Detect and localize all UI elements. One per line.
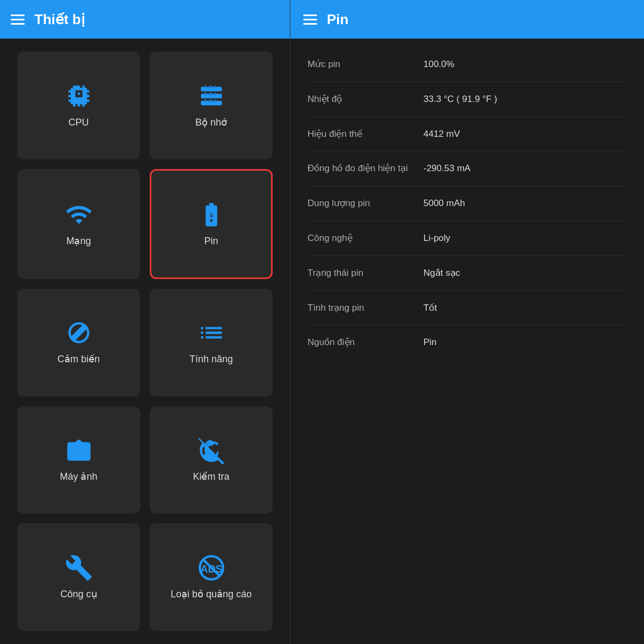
grid-item-features[interactable]: Tính năng [150,289,273,397]
sensor-icon [65,319,93,347]
grid-item-memory[interactable]: Bộ nhớ [150,52,273,159]
left-title: Thiết bị [34,11,85,28]
detail-label-4: Dung lượng pin [308,197,415,210]
detail-value-1: 33.3 °C ( 91.9 °F ) [423,93,627,106]
svg-rect-9 [204,99,207,101]
svg-rect-6 [204,92,207,94]
camera-icon [65,436,93,464]
detail-value-3: -290.53 mA [423,162,627,175]
camera-label: Máy ảnh [60,471,97,483]
detail-row: Đồng hồ đo điện hiện tại-290.53 mA [308,151,627,186]
detail-row: Dung lượng pin5000 mAh [308,186,627,221]
grid-item-ads[interactable]: ADS Loại bỏ quảng cáo [150,523,273,631]
detail-label-2: Hiệu điện thế [308,128,415,141]
tools-icon [65,554,93,582]
svg-rect-1 [201,93,222,98]
svg-point-12 [76,330,82,336]
cpu-icon [65,82,93,110]
detail-value-2: 4412 mV [423,128,627,141]
cpu-label: CPU [68,116,89,129]
right-header: Pin [290,0,644,39]
ads-icon: ADS [197,554,225,582]
svg-rect-7 [209,92,211,94]
grid-item-test[interactable]: Kiểm tra [150,406,273,514]
detail-row: Tình trạng pinTốt [308,291,627,326]
detail-list: Mức pin100.0%Nhiệt độ33.3 °C ( 91.9 °F )… [290,39,644,644]
detail-row: Mức pin100.0% [308,47,627,82]
svg-rect-5 [214,85,216,87]
detail-value-6: Ngắt sạc [423,267,627,280]
detail-label-8: Nguồn điện [308,336,415,349]
detail-label-6: Trạng thái pin [308,267,415,280]
test-icon [197,436,225,464]
detail-value-8: Pin [423,336,627,349]
features-icon [197,319,225,347]
detail-row: Trạng thái pinNgắt sạc [308,256,627,291]
detail-label-5: Công nghệ [308,232,415,245]
detail-label-3: Đồng hồ đo điện hiện tại [308,162,415,175]
detail-label-0: Mức pin [308,58,415,71]
svg-rect-4 [209,85,211,87]
sensor-label: Cảm biến [57,353,100,365]
tools-label: Công cụ [60,588,97,601]
grid-item-camera[interactable]: Máy ảnh [17,406,140,514]
left-header: Thiết bị [0,0,290,39]
grid-item-cpu[interactable]: CPU [17,52,140,159]
svg-rect-0 [201,86,222,91]
svg-rect-2 [201,100,222,105]
features-label: Tính năng [189,353,233,365]
detail-row: Công nghệLi-poly [308,221,627,256]
grid-container: CPU Bộ nhớ [0,39,290,644]
grid-item-battery[interactable]: Pin [150,169,273,279]
detail-row: Hiệu điện thế4412 mV [308,117,627,152]
svg-rect-10 [209,99,211,101]
left-menu-icon[interactable] [11,14,25,25]
svg-rect-11 [214,99,216,101]
network-icon [65,201,93,229]
detail-label-7: Tình trạng pin [308,302,415,314]
ads-label: Loại bỏ quảng cáo [171,588,252,601]
detail-row: Nguồn điệnPin [308,325,627,360]
network-label: Mạng [66,235,91,247]
memory-icon [197,82,225,110]
battery-icon [197,201,225,229]
right-menu-icon[interactable] [303,14,317,25]
grid-item-sensor[interactable]: Cảm biến [17,289,140,397]
detail-value-4: 5000 mAh [423,197,627,210]
detail-row: Nhiệt độ33.3 °C ( 91.9 °F ) [308,82,627,117]
detail-value-5: Li-poly [423,232,627,245]
svg-rect-3 [204,85,207,87]
detail-label-1: Nhiệt độ [308,93,415,106]
left-panel: Thiết bị CPU [0,0,290,644]
detail-value-7: Tốt [423,302,627,314]
grid-item-network[interactable]: Mạng [17,169,140,279]
test-label: Kiểm tra [193,471,229,483]
grid-item-tools[interactable]: Công cụ [17,523,140,631]
right-title: Pin [327,11,348,28]
svg-rect-8 [214,92,216,94]
detail-value-0: 100.0% [423,58,627,71]
memory-label: Bộ nhớ [195,116,227,129]
right-panel: Pin Mức pin100.0%Nhiệt độ33.3 °C ( 91.9 … [290,0,644,644]
battery-label: Pin [204,235,218,247]
